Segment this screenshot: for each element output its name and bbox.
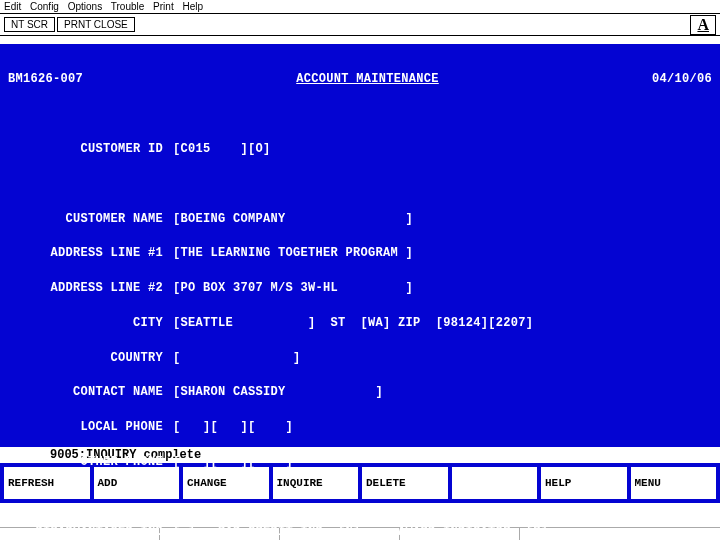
print-close-button[interactable]: PRNT CLOSE	[57, 17, 135, 32]
menu-options[interactable]: Options	[68, 1, 102, 12]
field-city-st-zip[interactable]: [SEATTLE ] ST [WA] ZIP [98124][2207]	[173, 315, 712, 332]
label-city: CITY	[8, 315, 173, 332]
menu-config[interactable]: Config	[30, 1, 59, 12]
label-addr1: ADDRESS LINE #1	[8, 245, 173, 262]
label-local-phone: LOCAL PHONE	[8, 419, 173, 436]
field-country[interactable]: [ ]	[173, 350, 712, 367]
field-customer-id[interactable]: [C015 ][O]	[173, 141, 712, 158]
label-disadvantaged: DISADVANTAGED IND	[8, 524, 173, 540]
field-addr2[interactable]: [PO BOX 3707 M/S 3W-HL ]	[173, 280, 712, 297]
field-addr1[interactable]: [THE LEARNING TOGETHER PROGRAM ]	[173, 245, 712, 262]
label-country: COUNTRY	[8, 350, 173, 367]
label-addr2: ADDRESS LINE #2	[8, 280, 173, 297]
label-other-phone: OTHER PHONE	[8, 454, 173, 471]
menu-help[interactable]: Help	[182, 1, 203, 12]
field-other-phone[interactable]: [ ][ ][ ]	[173, 454, 712, 471]
program-id: BM1626-007	[8, 71, 83, 88]
screen-title: ACCOUNT MAINTENANCE	[83, 71, 652, 88]
field-indicators[interactable]: [ ] BAD CREDIT IND [N] AWARD INDICATOR […	[173, 524, 712, 540]
field-customer-name[interactable]: [BOEING COMPANY ]	[173, 211, 712, 228]
field-local-phone[interactable]: [ ][ ][ ]	[173, 419, 712, 436]
print-screen-button[interactable]: NT SCR	[4, 17, 55, 32]
label-contact: CONTACT NAME	[8, 384, 173, 401]
terminal-screen: BM1626-007 ACCOUNT MAINTENANCE 04/10/06 …	[0, 44, 720, 447]
menu-trouble[interactable]: Trouble	[111, 1, 145, 12]
menu-edit[interactable]: Edit	[4, 1, 21, 12]
toolbar: NT SCR PRNT CLOSE A	[0, 14, 720, 36]
label-customer-name: CUSTOMER NAME	[8, 211, 173, 228]
field-contact[interactable]: [SHARON CASSIDY ]	[173, 384, 712, 401]
label-customer-id: CUSTOMER ID	[8, 141, 173, 158]
menubar: Edit Config Options Trouble Print Help	[0, 0, 720, 14]
font-indicator[interactable]: A	[690, 15, 716, 35]
menu-print[interactable]: Print	[153, 1, 174, 12]
screen-date: 04/10/06	[652, 71, 712, 88]
